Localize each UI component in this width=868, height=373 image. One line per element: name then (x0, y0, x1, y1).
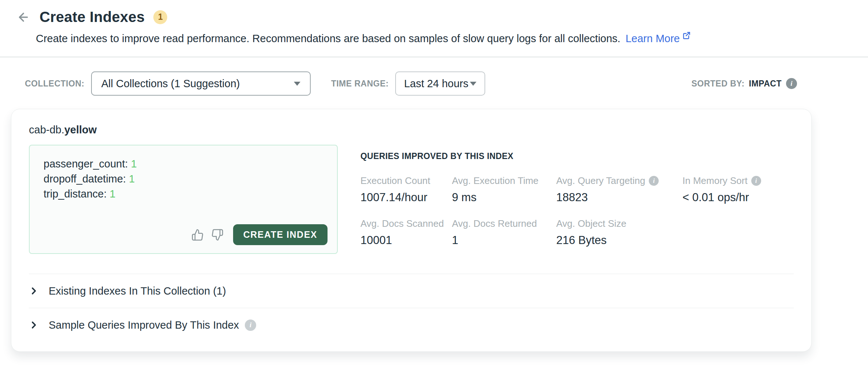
collection-select[interactable]: All Collections (1 Suggestion) (91, 71, 311, 96)
sample-queries-toggle[interactable]: Sample Queries Improved By This Index i (29, 308, 794, 342)
index-field-name: passenger_count: (44, 158, 128, 170)
sorted-by: SORTED BY: IMPACT i (691, 78, 797, 89)
info-icon[interactable]: i (786, 78, 797, 89)
info-icon[interactable]: i (649, 176, 659, 186)
suggested-index-box: passenger_count: 1 dropoff_datetime: 1 t… (29, 145, 338, 254)
arrow-left-icon (17, 11, 30, 24)
queries-improved-stats: QUERIES IMPROVED BY THIS INDEX Execution… (360, 145, 794, 254)
thumbs-down-button[interactable] (211, 229, 224, 241)
stat-label: Avg. Docs Scanned (360, 218, 444, 229)
info-icon[interactable]: i (245, 320, 256, 331)
stat-in-memory-sort: In Memory Sort i < 0.01 ops/hr (682, 175, 794, 204)
stat-execution-count: Execution Count 1007.14/hour (360, 175, 452, 204)
collection-select-value: All Collections (1 Suggestion) (101, 78, 240, 90)
index-field: dropoff_datetime: 1 (44, 171, 323, 186)
time-range-select-value: Last 24 hours (404, 78, 468, 90)
stat-value: 1 (452, 234, 556, 247)
sorted-by-value: IMPACT (749, 79, 782, 89)
external-link-icon (682, 31, 691, 40)
index-field: passenger_count: 1 (44, 156, 323, 171)
stat-value: 1007.14/hour (360, 191, 452, 204)
index-field-value: 1 (131, 158, 137, 170)
stat-avg-docs-scanned: Avg. Docs Scanned 10001 (360, 218, 452, 247)
namespace-collection: yellow (64, 124, 97, 136)
stat-value: 216 Bytes (556, 234, 682, 247)
create-index-button[interactable]: CREATE INDEX (233, 224, 328, 245)
sample-queries-title: Sample Queries Improved By This Index (49, 319, 239, 331)
collection-namespace: cab-db.yellow (29, 124, 794, 136)
stat-avg-object-size: Avg. Object Size 216 Bytes (556, 218, 682, 247)
stat-label: Avg. Execution Time (452, 175, 539, 186)
time-range-select[interactable]: Last 24 hours (395, 71, 485, 96)
page-header: Create Indexes 1 (0, 0, 868, 25)
stat-value: 18823 (556, 191, 682, 204)
subtitle-text: Create indexes to improve read performan… (36, 33, 620, 45)
suggestion-count-badge: 1 (153, 10, 167, 24)
stat-avg-query-targeting: Avg. Query Targeting i 18823 (556, 175, 682, 204)
header-divider (0, 56, 868, 58)
collection-filter-label: COLLECTION: (25, 79, 85, 89)
stat-label: Avg. Query Targeting (556, 175, 645, 186)
filter-bar: COLLECTION: All Collections (1 Suggestio… (25, 71, 868, 96)
stats-header: QUERIES IMPROVED BY THIS INDEX (360, 151, 794, 161)
index-suggestion-card: cab-db.yellow passenger_count: 1 dropoff… (11, 109, 812, 352)
stat-avg-execution-time: Avg. Execution Time 9 ms (452, 175, 556, 204)
index-field: trip_distance: 1 (44, 186, 323, 202)
thumbs-down-icon (211, 229, 224, 241)
stat-label: Execution Count (360, 175, 430, 186)
back-button[interactable] (16, 10, 31, 25)
page-title: Create Indexes (40, 9, 145, 25)
time-range-filter-label: TIME RANGE: (331, 79, 389, 89)
stat-label: Avg. Object Size (556, 218, 626, 229)
stat-value: < 0.01 ops/hr (682, 191, 794, 204)
index-actions: CREATE INDEX (191, 224, 328, 245)
caret-down-icon (470, 82, 476, 86)
index-field-value: 1 (129, 173, 135, 185)
chevron-right-icon (29, 285, 38, 296)
index-field-name: dropoff_datetime: (44, 173, 126, 185)
index-field-value: 1 (110, 188, 116, 200)
stat-avg-docs-returned: Avg. Docs Returned 1 (452, 218, 556, 247)
chevron-right-icon (29, 320, 38, 330)
caret-down-icon (294, 82, 300, 86)
page-subtitle: Create indexes to improve read performan… (36, 33, 868, 45)
namespace-db: cab-db. (29, 124, 64, 136)
index-field-name: trip_distance: (44, 188, 107, 200)
stat-label: Avg. Docs Returned (452, 218, 537, 229)
learn-more-label: Learn More (625, 33, 680, 45)
thumbs-up-button[interactable] (191, 229, 204, 241)
existing-indexes-title: Existing Indexes In This Collection (1) (49, 285, 226, 297)
thumbs-up-icon (191, 229, 204, 241)
stat-value: 9 ms (452, 191, 556, 204)
existing-indexes-toggle[interactable]: Existing Indexes In This Collection (1) (29, 274, 794, 308)
sorted-by-label: SORTED BY: (691, 79, 744, 89)
stat-label: In Memory Sort (682, 175, 748, 186)
stat-value: 10001 (360, 234, 452, 247)
info-icon[interactable]: i (751, 176, 761, 186)
learn-more-link[interactable]: Learn More (625, 33, 691, 45)
